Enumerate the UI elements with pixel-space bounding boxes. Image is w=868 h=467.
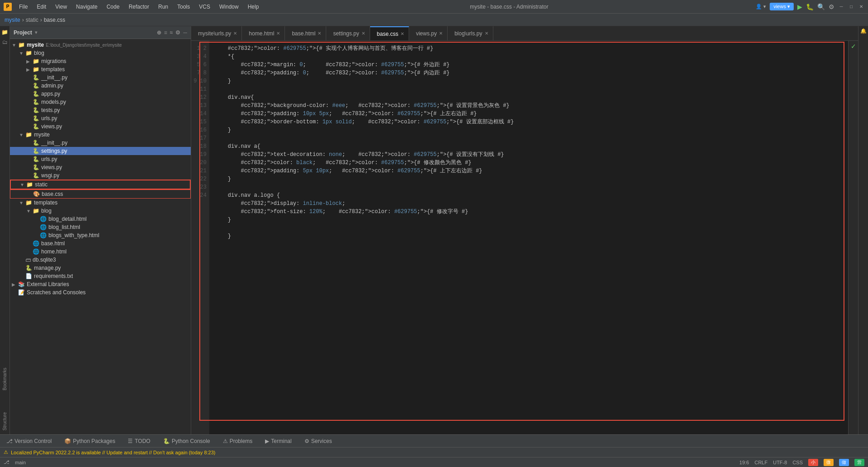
project-icon[interactable]: 📁 — [1, 29, 8, 35]
tree-blog[interactable]: ▼ 📁 blog — [10, 49, 191, 57]
maximize-button[interactable]: □ — [848, 4, 854, 10]
settings-project-icon[interactable]: ⚙ — [175, 29, 180, 36]
tab-base-html[interactable]: base.html✕ — [285, 26, 326, 41]
tree-mysite-folder[interactable]: ▼ 📁 mysite — [10, 131, 191, 139]
tree-blog-list[interactable]: ▶ 🌐 blog_list.html — [10, 223, 191, 231]
tab-close-settings-py[interactable]: ✕ — [362, 31, 365, 36]
bottom-tool-services[interactable]: ⚙Services — [302, 437, 335, 445]
tree-urls-mysite[interactable]: ▶ 🐍 urls.py — [10, 155, 191, 163]
tree-views-blog[interactable]: ▶ 🐍 views.py — [10, 122, 191, 131]
tree-blogs-with-type[interactable]: ▶ 🌐 blogs_with_type.html — [10, 231, 191, 239]
tree-templates[interactable]: ▼ 📁 templates — [10, 199, 191, 207]
editor-content: 1 2 3 4 5 6 7 8 9 10 11 12 13 14 15 16 1… — [191, 41, 858, 434]
breadcrumb: mysite › static › base.css — [0, 14, 868, 26]
bottom-tool-icon-terminal: ▶ — [265, 438, 269, 444]
project-header: Project ▾ ⊕ ≡ ≈ ⚙ ─ — [10, 26, 191, 39]
tree-home-html[interactable]: ▶ 🌐 home.html — [10, 248, 191, 256]
run-button[interactable]: ▶ — [797, 3, 802, 10]
collapse-icon[interactable]: ≡ — [164, 29, 167, 36]
notification-bell-icon[interactable]: 🔔 — [860, 28, 867, 34]
tree-admin-py[interactable]: ▶ 🐍 admin.py — [10, 82, 191, 90]
minimize-panel-icon[interactable]: ─ — [183, 29, 187, 36]
locate-icon[interactable]: ⊕ — [157, 29, 161, 36]
tree-views-mysite[interactable]: ▶ 🐍 views.py — [10, 163, 191, 171]
views-button[interactable]: views ▾ — [770, 3, 794, 10]
structure-icon[interactable]: 🗂 — [2, 39, 8, 45]
tree-blog-detail[interactable]: ▶ 🌐 blog_detail.html — [10, 215, 191, 223]
code-editor[interactable]: #cc7832;">color: #629755;">{# 实现个人博客网站与首… — [209, 41, 848, 434]
cursor-position: 19:6 — [739, 460, 749, 465]
menu-file[interactable]: File — [15, 3, 31, 11]
menu-tools[interactable]: Tools — [174, 3, 193, 11]
tree-scratches[interactable]: ▶ 📝 Scratches and Consoles — [10, 288, 191, 297]
tree-urls-blog[interactable]: ▶ 🐍 urls.py — [10, 114, 191, 122]
tab-close-blog-urls-py[interactable]: ✕ — [485, 31, 488, 36]
extra-area: 做 — [839, 459, 849, 466]
sort-icon[interactable]: ≈ — [170, 29, 173, 36]
bottom-tool-python-packages[interactable]: 📦Python Packages — [62, 437, 118, 445]
tree-blog-templates[interactable]: ▼ 📁 blog — [10, 207, 191, 215]
close-button[interactable]: ✕ — [858, 4, 864, 10]
breadcrumb-static[interactable]: static — [26, 17, 39, 23]
bottom-tool-todo[interactable]: ☰TODO — [125, 437, 153, 445]
tab-blog-urls-py[interactable]: blog\urls.py✕ — [448, 26, 493, 41]
tab-urls-py[interactable]: mysite\urls.py✕ — [191, 26, 242, 41]
tab-settings-py[interactable]: settings.py✕ — [326, 26, 370, 41]
menu-view[interactable]: View — [52, 3, 71, 11]
tree-models-py[interactable]: ▶ 🐍 models.py — [10, 98, 191, 106]
extra2-area: 营 — [854, 459, 864, 466]
minimize-button[interactable]: ─ — [838, 4, 844, 10]
tree-static[interactable]: ▼ 📁 static — [10, 180, 191, 190]
bottom-tool-terminal[interactable]: ▶Terminal — [262, 437, 294, 445]
tree-external-libs[interactable]: ▶ 📚 External Libraries — [10, 280, 191, 288]
tab-label-home-html: home.html — [249, 30, 274, 37]
tree-tests-py[interactable]: ▶ 🐍 tests.py — [10, 106, 191, 114]
tree-db-sqlite3[interactable]: ▶ 🗃 db.sqlite3 — [10, 256, 191, 264]
tab-close-base-html[interactable]: ✕ — [318, 31, 321, 36]
tab-close-home-html[interactable]: ✕ — [276, 31, 280, 36]
bottom-tool-label-version-control: Version Control — [14, 438, 52, 444]
breadcrumb-mysite[interactable]: mysite — [5, 17, 20, 23]
menu-window[interactable]: Window — [216, 3, 242, 11]
tab-home-html[interactable]: home.html✕ — [242, 26, 285, 41]
tree-init-blog[interactable]: ▶ 🐍 __init__.py — [10, 73, 191, 82]
menu-run[interactable]: Run — [154, 3, 172, 11]
tree-root[interactable]: ▼ 📁 mysite E:\bout_Django\test\mysite_en… — [10, 41, 191, 49]
tree-manage-py[interactable]: ▶ 🐍 manage.py — [10, 264, 191, 272]
charset: UTF-8 — [773, 460, 787, 465]
status-bar-right: 19:6 CRLF UTF-8 CSS 小 微 做 营 — [739, 459, 864, 466]
tab-base-css[interactable]: base.css✕ — [370, 26, 409, 41]
tree-base-css[interactable]: ▶ 🎨 base.css — [10, 190, 191, 199]
tab-label-base-html: base.html — [292, 30, 315, 37]
tree-base-html[interactable]: ▶ 🌐 base.html — [10, 239, 191, 248]
tree-wsgi-py[interactable]: ▶ 🐍 wsgi.py — [10, 171, 191, 180]
tree-init-mysite[interactable]: ▶ 🐍 __init__.py — [10, 139, 191, 147]
tree-templates-blog[interactable]: ▶ 📁 templates — [10, 65, 191, 73]
tree-migrations[interactable]: ▶ 📁 migrations — [10, 57, 191, 65]
menu-vcs[interactable]: VCS — [195, 3, 214, 11]
tab-close-base-css[interactable]: ✕ — [400, 31, 404, 36]
bottom-tool-problems[interactable]: ⚠Problems — [220, 437, 256, 445]
tree-apps-py[interactable]: ▶ 🐍 apps.py — [10, 90, 191, 98]
settings-icon[interactable]: ⚙ — [829, 3, 834, 10]
search-icon[interactable]: 🔍 — [817, 3, 825, 10]
line-ending: CRLF — [754, 460, 767, 465]
menu-navigate[interactable]: Navigate — [72, 3, 101, 11]
tree-requirements[interactable]: ▶ 📄 requirements.txt — [10, 272, 191, 280]
menu-refactor[interactable]: Refactor — [125, 3, 153, 11]
project-dropdown-icon[interactable]: ▾ — [35, 30, 37, 35]
menu-edit[interactable]: Edit — [33, 3, 50, 11]
tree-settings-py[interactable]: ▶ 🐍 settings.py — [10, 147, 191, 155]
project-tree: ▼ 📁 mysite E:\bout_Django\test\mysite_en… — [10, 39, 191, 434]
tab-views-py[interactable]: views.py✕ — [409, 26, 448, 41]
tab-close-views-py[interactable]: ✕ — [439, 31, 443, 36]
menu-help[interactable]: Help — [244, 3, 263, 11]
bottom-tool-label-todo: TODO — [135, 438, 150, 444]
bottom-tool-python-console[interactable]: 🐍Python Console — [160, 437, 213, 445]
validation-icon: ✓ — [849, 41, 858, 50]
project-panel: Project ▾ ⊕ ≡ ≈ ⚙ ─ ▼ 📁 mysite E:\bout_D… — [10, 26, 191, 434]
debug-button[interactable]: 🐛 — [806, 3, 814, 10]
tab-close-urls-py[interactable]: ✕ — [233, 31, 237, 36]
bottom-tool-version-control[interactable]: ⎇Version Control — [4, 437, 54, 445]
menu-code[interactable]: Code — [103, 3, 123, 11]
